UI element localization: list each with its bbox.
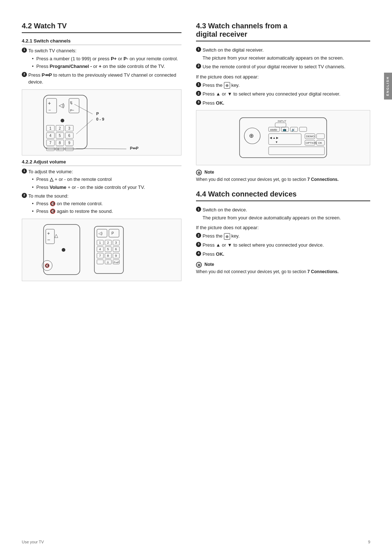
svg-text:4: 4 bbox=[99, 247, 101, 251]
note-44-text: When you did not connect your devices ye… bbox=[196, 268, 370, 275]
bullet-421-2: Press Program/Channel - or + on the side… bbox=[32, 63, 181, 70]
svg-text:📺: 📺 bbox=[283, 128, 286, 131]
bullet-mute-1: Press 🔇 on the remote control. bbox=[32, 200, 181, 207]
bullet-421-1: Press a number (1 to 999) or press P+ or… bbox=[32, 56, 181, 62]
section-42-title: 4.2 Watch TV bbox=[22, 22, 181, 33]
svg-text:6: 6 bbox=[115, 247, 117, 251]
sub-step-43-1-text: Press the ⊕ key. bbox=[203, 82, 240, 88]
svg-rect-77 bbox=[275, 123, 286, 127]
svg-text:−: − bbox=[72, 108, 74, 112]
page: ENGLISH 4.2 Watch TV 4.2.1 Switch channe… bbox=[0, 0, 392, 555]
svg-text:−: − bbox=[48, 108, 51, 113]
section-421-heading: 4.2.1 Switch channels bbox=[22, 38, 181, 45]
bullet-vol-2: Press Volume + or - on the side controls… bbox=[32, 184, 181, 191]
sub-step-44-4-text: Press OK. bbox=[203, 251, 224, 257]
digital-receiver-image: INPUT ⊕ AMBI 📺 🔊 ◀ ▲ ▶ ▼ bbox=[196, 110, 370, 165]
svg-text:4: 4 bbox=[49, 134, 52, 138]
step-422-1-text: To adjust the volume: bbox=[28, 169, 73, 174]
note-43-text: When you did not connect your devices ye… bbox=[196, 176, 370, 183]
remote-svg-2: + − △ 🔇 ◁) P bbox=[40, 223, 163, 277]
remote-image-1: + − ◁) + P P − 1 2 bbox=[22, 89, 181, 155]
svg-rect-94 bbox=[317, 134, 324, 139]
note-43: ⊜ Note When you did not connect your dev… bbox=[196, 169, 370, 183]
svg-text:0: 0 bbox=[57, 147, 59, 151]
svg-text:P: P bbox=[96, 112, 99, 116]
sub-step-43-num-1: 1 bbox=[196, 82, 201, 87]
svg-text:7: 7 bbox=[99, 254, 101, 258]
remote-svg-1: + − ◁) + P P − 1 2 bbox=[40, 93, 163, 151]
svg-text:2: 2 bbox=[59, 126, 61, 130]
sub-step-43-2: 2 Press ▲ or ▼ to select where you conne… bbox=[196, 90, 370, 98]
svg-point-46 bbox=[62, 248, 65, 252]
step-421-1-text: To switch TV channels: bbox=[28, 48, 77, 53]
svg-text:🔇: 🔇 bbox=[45, 263, 50, 268]
step-421-2-text: Press P⇔P to return to the previously vi… bbox=[28, 72, 176, 85]
svg-text:6: 6 bbox=[68, 134, 70, 138]
bullet-mute-2: Press 🔇 again to restore the sound. bbox=[32, 208, 181, 215]
svg-text:△: △ bbox=[54, 233, 58, 238]
svg-line-36 bbox=[76, 119, 93, 134]
svg-text:DEMO: DEMO bbox=[306, 135, 315, 138]
footer: Use your TV 9 bbox=[22, 540, 370, 544]
sub-step-43-2-text: Press ▲ or ▼ to select where you connect… bbox=[203, 91, 340, 97]
svg-text:P⇔P: P⇔P bbox=[130, 146, 139, 150]
step-422-1: 1 To adjust the volume: Press △ + or - o… bbox=[22, 168, 181, 191]
step-num-vol-2: 2 bbox=[22, 193, 27, 198]
step-num-vol-1: 1 bbox=[22, 169, 27, 174]
sub-step-44-3-text: Press ▲ or ▼ to select where you connect… bbox=[203, 242, 324, 248]
svg-text:P: P bbox=[70, 101, 72, 104]
sub-step-43-num-3: 3 bbox=[196, 100, 201, 105]
switch-bullets: Press a number (1 to 999) or press P+ or… bbox=[32, 56, 181, 70]
svg-text:🔊: 🔊 bbox=[291, 128, 295, 131]
svg-text:1: 1 bbox=[49, 126, 52, 130]
svg-text:7: 7 bbox=[49, 141, 52, 145]
section-44-steps: 1 Switch on the device. The picture from… bbox=[196, 206, 370, 221]
section-44: 4.4 Watch connected devices 1 Switch on … bbox=[196, 190, 370, 275]
side-tab: ENGLISH bbox=[384, 73, 392, 100]
note-44-icon: ⊜ bbox=[196, 262, 202, 268]
svg-text:2: 2 bbox=[107, 241, 109, 244]
sub-step-44-2: 2 Press the ⊕ key. bbox=[196, 232, 370, 240]
if-no-picture-43: If the picture does not appear: bbox=[196, 74, 370, 80]
note-43-icon: ⊜ bbox=[196, 170, 202, 175]
sub-step-43-3: 3 Press OK. bbox=[196, 100, 370, 107]
svg-rect-86 bbox=[299, 127, 307, 131]
adjust-volume-steps: 1 To adjust the volume: Press △ + or - o… bbox=[22, 168, 181, 215]
remote-image-2: + − △ 🔇 ◁) P bbox=[22, 219, 181, 281]
note-44: ⊜ Note When you did not connect your dev… bbox=[196, 261, 370, 275]
step-44-1: 1 Switch on the device. The picture from… bbox=[196, 206, 370, 221]
step-421-2: 2 Press P⇔P to return to the previously … bbox=[22, 72, 181, 86]
step-43-2: 2 Use the remote control of your digital… bbox=[196, 63, 370, 70]
step-422-2-text: To mute the sound: bbox=[28, 193, 69, 199]
svg-text:5: 5 bbox=[107, 247, 109, 251]
step-44-1-text: Switch on the device. The picture from y… bbox=[203, 207, 370, 221]
digital-receiver-svg: INPUT ⊕ AMBI 📺 🔊 ◀ ▲ ▶ ▼ bbox=[236, 114, 330, 161]
footer-right: 9 bbox=[368, 540, 370, 544]
svg-text:0 - 9: 0 - 9 bbox=[96, 117, 104, 121]
step-421-1: 1 To switch TV channels: Press a number … bbox=[22, 47, 181, 70]
section-44-sub-steps: 2 Press the ⊕ key. 3 Press ▲ or ▼ to sel… bbox=[196, 232, 370, 258]
svg-text:8: 8 bbox=[59, 141, 61, 145]
svg-text:AMBI: AMBI bbox=[270, 128, 277, 131]
section-43-sub-steps: 1 Press the ⊕ key. 2 Press ▲ or ▼ to sel… bbox=[196, 82, 370, 107]
switch-channels-steps: 1 To switch TV channels: Press a number … bbox=[22, 47, 181, 86]
bullet-vol-1: Press △ + or - on the remote control bbox=[32, 176, 181, 183]
svg-text:1: 1 bbox=[99, 241, 101, 244]
if-no-picture-44: If the picture does not appear: bbox=[196, 225, 370, 230]
step-43-num-2: 2 bbox=[196, 64, 201, 69]
step-num-2: 2 bbox=[22, 72, 27, 77]
svg-text:+: + bbox=[47, 231, 50, 236]
section-44-title: 4.4 Watch connected devices bbox=[196, 190, 370, 201]
svg-text:⊕: ⊕ bbox=[249, 133, 254, 139]
svg-rect-70 bbox=[97, 260, 103, 264]
svg-text:◁): ◁) bbox=[59, 102, 65, 108]
svg-rect-97 bbox=[269, 147, 324, 155]
section-422-heading: 4.2.2 Adjust volume bbox=[22, 159, 181, 166]
svg-text:P⇔P: P⇔P bbox=[114, 261, 119, 264]
sub-step-44-2-text: Press the ⊕ key. bbox=[203, 233, 240, 239]
svg-text:0: 0 bbox=[107, 261, 109, 264]
step-43-1: 1 Switch on the digital receiver. The pi… bbox=[196, 46, 370, 61]
svg-rect-50 bbox=[109, 229, 119, 237]
section-43-title: 4.3 Watch channels from adigital receive… bbox=[196, 22, 370, 41]
step-43-num-1: 1 bbox=[196, 47, 201, 52]
